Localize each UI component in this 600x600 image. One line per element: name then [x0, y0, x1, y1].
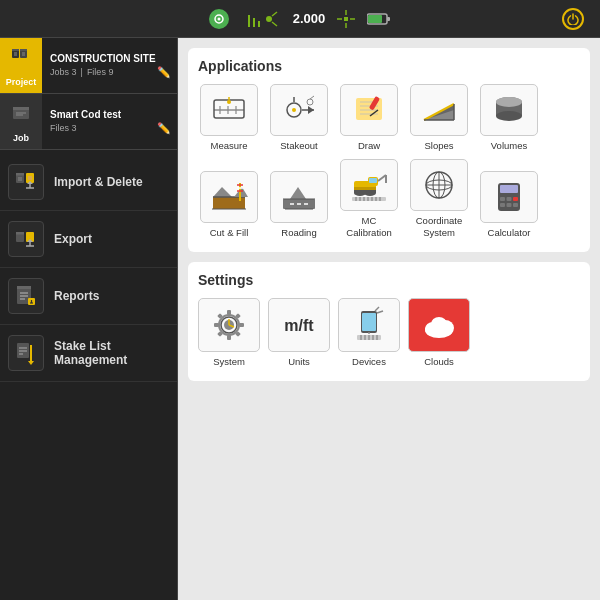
gps-icon — [209, 9, 229, 29]
calculator-label: Calculator — [488, 227, 531, 238]
satellite-icon — [337, 10, 355, 28]
stakeout-label: Stakeout — [280, 140, 318, 151]
svg-rect-127 — [500, 197, 505, 201]
svg-rect-138 — [239, 323, 244, 327]
roading-label: Roading — [281, 227, 316, 238]
job-meta: Files 3 ✏️ — [50, 122, 171, 135]
project-card[interactable]: Project CONSTRUCTION SITE Jobs 3 | Files… — [0, 38, 177, 94]
settings-grid: System m/ft Units — [198, 298, 580, 367]
svg-marker-69 — [308, 106, 314, 114]
app-item-cut-fill[interactable]: Cut & Fill — [198, 159, 260, 238]
battery-icon — [367, 12, 391, 26]
svg-line-71 — [310, 96, 314, 99]
app-item-measure[interactable]: Measure — [198, 84, 260, 151]
svg-rect-21 — [20, 49, 27, 51]
mc-calibration-label: MC Calibration — [338, 215, 400, 238]
reports-label: Reports — [54, 289, 99, 303]
devices-label: Devices — [352, 356, 386, 367]
app-item-draw[interactable]: Draw — [338, 84, 400, 151]
svg-point-87 — [496, 97, 522, 107]
svg-rect-129 — [513, 197, 518, 201]
svg-rect-109 — [369, 178, 377, 183]
app-item-slopes[interactable]: Slopes — [408, 84, 470, 151]
units-label: Units — [288, 356, 310, 367]
svg-point-160 — [431, 317, 447, 331]
main-content: Applications — [178, 38, 600, 600]
cut-fill-icon-box — [200, 171, 258, 223]
svg-line-149 — [375, 307, 379, 311]
job-badge-label: Job — [13, 133, 29, 143]
setting-item-devices[interactable]: Devices — [338, 298, 400, 367]
svg-point-66 — [292, 108, 296, 112]
project-title: CONSTRUCTION SITE — [50, 53, 171, 64]
svg-rect-30 — [16, 173, 24, 176]
app-item-volumes[interactable]: Volumes — [478, 84, 540, 151]
applications-panel: Applications — [188, 48, 590, 252]
svg-rect-147 — [362, 313, 376, 331]
sidebar-item-import-delete[interactable]: Import & Delete — [0, 154, 177, 211]
sidebar-item-export[interactable]: Export — [0, 211, 177, 268]
cut-fill-label: Cut & Fill — [210, 227, 249, 238]
units-text: m/ft — [284, 317, 313, 334]
svg-marker-100 — [290, 187, 306, 199]
project-info: CONSTRUCTION SITE Jobs 3 | Files 9 ✏️ — [42, 38, 177, 93]
svg-rect-126 — [500, 185, 518, 193]
stakeout-icon-box — [270, 84, 328, 136]
svg-rect-40 — [16, 232, 24, 235]
svg-rect-15 — [368, 15, 382, 23]
system-icon-box — [198, 298, 260, 352]
svg-rect-8 — [344, 17, 348, 21]
antenna-status — [241, 9, 281, 29]
import-delete-label: Import & Delete — [54, 175, 143, 189]
setting-item-clouds[interactable]: Clouds — [408, 298, 470, 367]
sidebar-menu: Import & Delete Export — [0, 150, 177, 600]
draw-icon-box — [340, 84, 398, 136]
svg-line-110 — [378, 175, 386, 181]
app-item-calculator[interactable]: Calculator — [478, 159, 540, 238]
svg-line-6 — [272, 12, 277, 16]
export-label: Export — [54, 232, 92, 246]
settings-title: Settings — [198, 272, 580, 288]
svg-point-1 — [217, 17, 220, 20]
applications-grid: Measure S — [198, 84, 580, 238]
job-card[interactable]: Job Smart Cod test Files 3 ✏️ — [0, 94, 177, 150]
svg-rect-130 — [500, 203, 505, 207]
svg-line-7 — [272, 22, 277, 26]
svg-point-5 — [266, 16, 272, 22]
setting-item-system[interactable]: System — [198, 298, 260, 367]
svg-marker-89 — [213, 187, 232, 197]
svg-rect-136 — [227, 335, 231, 340]
svg-rect-107 — [354, 190, 376, 193]
gps-indicator — [209, 9, 229, 29]
svg-point-86 — [496, 111, 522, 121]
svg-rect-25 — [13, 107, 29, 110]
app-item-coordinate-system[interactable]: Coordinate System — [408, 159, 470, 238]
clouds-icon-box — [408, 298, 470, 352]
app-item-mc-calibration[interactable]: MC Calibration — [338, 159, 400, 238]
measure-icon-box — [200, 84, 258, 136]
app-item-roading[interactable]: Roading — [268, 159, 330, 238]
svg-rect-17 — [12, 49, 19, 51]
sidebar: Project CONSTRUCTION SITE Jobs 3 | Files… — [0, 38, 178, 600]
svg-rect-135 — [227, 310, 231, 315]
sidebar-item-stake-list[interactable]: Stake List Management — [0, 325, 177, 382]
import-delete-icon — [8, 164, 44, 200]
svg-rect-112 — [352, 197, 386, 201]
slopes-label: Slopes — [424, 140, 453, 151]
project-edit-icon[interactable]: ✏️ — [157, 66, 171, 79]
roading-icon-box — [270, 171, 328, 223]
setting-item-units[interactable]: m/ft Units — [268, 298, 330, 367]
job-title: Smart Cod test — [50, 109, 171, 120]
svg-marker-57 — [28, 361, 34, 365]
svg-point-148 — [368, 332, 370, 334]
export-icon — [8, 221, 44, 257]
app-item-stakeout[interactable]: Stakeout — [268, 84, 330, 151]
slopes-icon-box — [410, 84, 468, 136]
power-button[interactable] — [562, 8, 584, 30]
job-edit-icon[interactable]: ✏️ — [157, 122, 171, 135]
job-icon — [9, 101, 33, 130]
volumes-label: Volumes — [491, 140, 527, 151]
sidebar-item-reports[interactable]: Reports — [0, 268, 177, 325]
svg-rect-131 — [507, 203, 512, 207]
status-bar: 2.000 — [0, 0, 600, 38]
